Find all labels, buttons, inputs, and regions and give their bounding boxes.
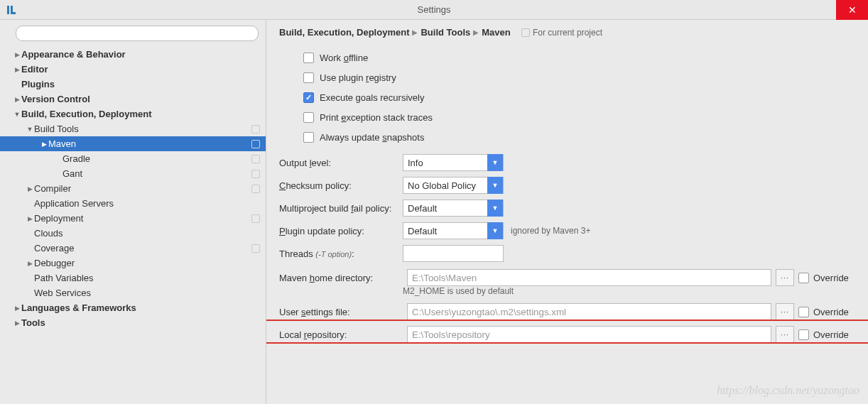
stacktrace-label: Print exception stack traces: [320, 112, 433, 123]
checksum-select[interactable]: No Global Policy▼: [403, 177, 504, 194]
mavenhome-hint: M2_HOME is used by default: [403, 286, 855, 296]
tree-vcs[interactable]: ▶Version Control: [0, 92, 266, 107]
pluginupdate-select[interactable]: Default▼: [403, 222, 504, 239]
failpolicy-label: Multiproject build fail policy:: [279, 203, 403, 214]
snapshots-row: Always update snapshots: [279, 127, 855, 147]
localrepo-label: Local repository:: [279, 329, 403, 340]
tree-appservers[interactable]: Application Servers: [0, 196, 266, 211]
copy-icon: [251, 185, 260, 193]
tree-tools[interactable]: ▶Tools: [0, 315, 266, 330]
tree-compiler[interactable]: ▶Compiler: [0, 181, 266, 196]
tree-appearance[interactable]: ▶Appearance & Behavior: [0, 47, 266, 62]
pluginupdate-label: Plugin update policy:: [279, 226, 403, 236]
window-title: Settings: [418, 4, 451, 15]
recursive-label: Execute goals recursively: [320, 92, 424, 103]
chevron-down-icon: ▼: [487, 222, 503, 239]
chevron-down-icon: ▼: [487, 177, 503, 194]
settings-tree: ▶Appearance & Behavior ▶Editor Plugins ▶…: [0, 45, 266, 404]
copy-icon: [521, 28, 530, 37]
copy-icon: [251, 244, 260, 253]
usersettings-label: User settings file:: [279, 307, 403, 317]
copy-icon: [251, 140, 260, 148]
copy-icon: [251, 155, 260, 163]
usersettings-override: Override: [798, 307, 855, 317]
snapshots-label: Always update snapshots: [320, 132, 424, 143]
usersettings-browse-button[interactable]: ···: [776, 303, 794, 320]
recursive-row: Execute goals recursively: [279, 87, 855, 107]
output-level-select[interactable]: Info▼: [403, 154, 504, 171]
chevron-right-icon: ▶: [412, 28, 418, 36]
tree-langfw[interactable]: ▶Languages & Frameworks: [0, 300, 266, 315]
svg-rect-1: [11, 6, 13, 14]
tree-gant[interactable]: Gant: [0, 166, 266, 181]
mavenhome-override-checkbox[interactable]: [798, 273, 809, 283]
tree-editor[interactable]: ▶Editor: [0, 62, 266, 77]
tree-webservices[interactable]: Web Services: [0, 285, 266, 300]
snapshots-checkbox[interactable]: [303, 132, 314, 143]
copy-icon: [251, 125, 260, 133]
close-button[interactable]: ✕: [836, 0, 868, 20]
chevron-down-icon: ▼: [487, 154, 503, 171]
localrepo-input[interactable]: [407, 326, 771, 343]
usersettings-override-checkbox[interactable]: [798, 307, 809, 317]
tree-pathvars[interactable]: Path Variables: [0, 271, 266, 285]
copy-icon: [251, 170, 260, 178]
ignored-hint: ignored by Maven 3+: [511, 226, 590, 236]
title-bar: Settings ✕: [0, 0, 868, 20]
plugin-registry-checkbox[interactable]: [303, 72, 314, 83]
tree-coverage[interactable]: Coverage: [0, 241, 266, 256]
svg-rect-2: [13, 12, 16, 14]
plugin-registry-label: Use plugin registry: [320, 72, 396, 83]
search-input[interactable]: [16, 26, 259, 41]
threads-input[interactable]: [403, 245, 504, 262]
svg-rect-0: [7, 6, 9, 14]
checksum-label: Checksum policy:: [279, 180, 403, 191]
localrepo-override-checkbox[interactable]: [798, 329, 809, 340]
copy-icon: [251, 214, 260, 223]
breadcrumb: Build, Execution, Deployment ▶ Build Too…: [279, 27, 855, 38]
stacktrace-row: Print exception stack traces: [279, 107, 855, 127]
work-offline-checkbox[interactable]: [303, 53, 314, 63]
tree-maven[interactable]: ▶Maven: [0, 136, 266, 151]
work-offline-row: Work offline: [279, 48, 855, 67]
tree-clouds[interactable]: Clouds: [0, 226, 266, 241]
output-level-label: Output level:: [279, 158, 403, 168]
usersettings-input[interactable]: [407, 303, 771, 320]
chevron-down-icon: ▼: [487, 200, 503, 217]
override-label: Override: [813, 273, 849, 283]
tree-debugger[interactable]: ▶Debugger: [0, 256, 266, 271]
tree-plugins[interactable]: Plugins: [0, 77, 266, 92]
threads-label: Threads (-T option):: [279, 249, 403, 259]
work-offline-label: Work offline: [320, 53, 368, 63]
main-panel: Build, Execution, Deployment ▶ Build Too…: [266, 20, 868, 404]
localrepo-override: Override: [798, 329, 855, 340]
chevron-right-icon: ▶: [473, 28, 479, 36]
override-label: Override: [813, 329, 849, 340]
app-icon: [4, 3, 18, 17]
stacktrace-checkbox[interactable]: [303, 112, 314, 123]
tree-gradle[interactable]: Gradle: [0, 151, 266, 166]
recursive-checkbox[interactable]: [303, 92, 314, 103]
override-label: Override: [813, 307, 849, 317]
mavenhome-browse-button[interactable]: ···: [776, 269, 794, 286]
mavenhome-label: Maven home directory:: [279, 273, 403, 283]
mavenhome-override: Override: [798, 273, 855, 283]
tree-buildtools[interactable]: ▼Build Tools: [0, 121, 266, 136]
tree-deployment[interactable]: ▶Deployment: [0, 211, 266, 226]
localrepo-browse-button[interactable]: ···: [776, 326, 794, 343]
tree-bed[interactable]: ▼Build, Execution, Deployment: [0, 107, 266, 121]
plugin-registry-row: Use plugin registry: [279, 67, 855, 87]
sidebar: ▶Appearance & Behavior ▶Editor Plugins ▶…: [0, 20, 266, 404]
failpolicy-select[interactable]: Default▼: [403, 200, 504, 217]
mavenhome-input[interactable]: [407, 269, 771, 286]
